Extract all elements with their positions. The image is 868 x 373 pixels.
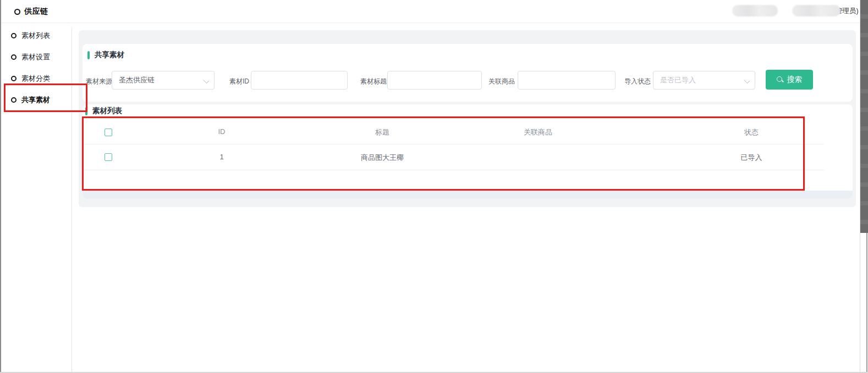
material-list-card: 素材列表 <box>83 104 853 199</box>
top-header: 供应链 <box>0 0 860 23</box>
select-all-checkbox[interactable] <box>105 129 112 136</box>
section-accent-bar <box>85 107 87 115</box>
brand-logo: 供应链 <box>14 0 48 23</box>
related-product-input[interactable] <box>518 71 616 90</box>
search-icon <box>777 76 784 83</box>
circle-icon <box>11 54 17 60</box>
material-title-label: 素材标题 <box>360 77 387 86</box>
chevron-down-icon <box>745 79 749 83</box>
sidebar-item-material-settings[interactable]: 素材设置 <box>0 46 72 68</box>
import-status-label: 导入状态 <box>624 77 651 86</box>
sidebar: 素材列表 素材设置 素材分类 共享素材 <box>0 24 72 373</box>
material-id-label: 素材ID <box>229 77 249 86</box>
section-accent-bar <box>87 51 90 59</box>
window-left-edge <box>0 0 1 373</box>
brand-circle-icon <box>14 9 20 15</box>
circle-icon <box>11 97 17 103</box>
source-label: 素材来源 <box>86 77 112 86</box>
search-button[interactable]: 搜索 <box>766 70 813 90</box>
scrollbar-track <box>866 233 867 373</box>
brand-name: 供应链 <box>24 7 48 16</box>
row-checkbox[interactable] <box>105 153 112 161</box>
circle-icon <box>11 33 17 38</box>
sidebar-item-material-category[interactable]: 素材分类 <box>0 68 72 89</box>
scrollbar-thumb[interactable] <box>860 0 868 233</box>
list-section-header: 素材列表 <box>85 106 122 116</box>
related-product-label: 关联商品 <box>488 77 515 86</box>
sidebar-item-material-list[interactable]: 素材列表 <box>0 25 72 46</box>
circle-icon <box>11 76 17 81</box>
chevron-down-icon <box>204 79 208 83</box>
scrollbar[interactable] <box>860 0 868 373</box>
blurred-app-name[interactable] <box>732 5 778 16</box>
source-select[interactable]: 圣杰供应链 <box>112 71 215 90</box>
blurred-username[interactable] <box>792 5 840 16</box>
sidebar-item-shared-material[interactable]: 共享素材 <box>0 89 72 110</box>
material-id-input[interactable] <box>251 71 348 90</box>
import-status-select[interactable]: 是否已导入 <box>653 71 755 90</box>
list-section-title: 素材列表 <box>92 106 122 116</box>
shared-material-filter-card: 共享素材 素材来源 圣杰供应链 素材ID 素材标题 关联商品 导入状态 是否已导… <box>83 44 853 102</box>
material-title-input[interactable] <box>387 71 482 90</box>
filter-section-header: 共享素材 <box>87 50 124 60</box>
filter-section-title: 共享素材 <box>95 50 124 60</box>
